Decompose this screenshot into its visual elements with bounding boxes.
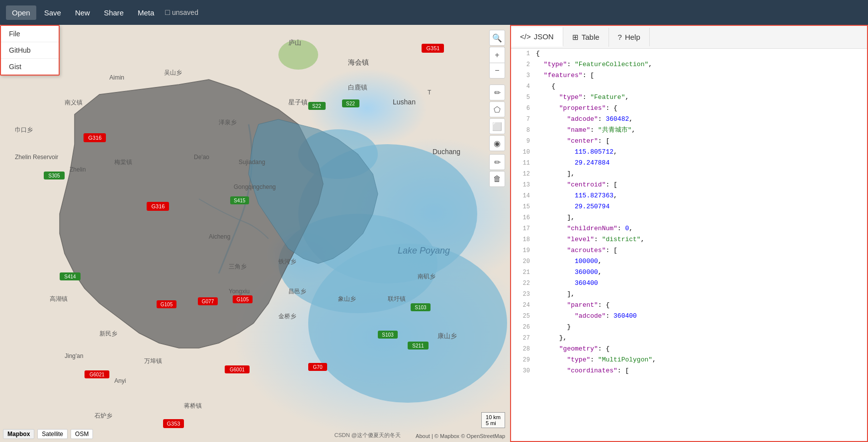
- edit-button[interactable]: ✏: [489, 154, 505, 170]
- draw-line-button[interactable]: ✏: [489, 85, 505, 100]
- svg-point-2: [308, 244, 507, 403]
- main-content: Lake Poyang G351 S22 S22 G316: [0, 25, 868, 442]
- json-line: 18 "level": "district",: [511, 235, 867, 246]
- svg-text:Lushan: Lushan: [393, 98, 416, 106]
- unsaved-indicator: unsaved: [165, 8, 198, 17]
- svg-text:Anyi: Anyi: [114, 377, 126, 384]
- zoom-controls: + −: [489, 47, 505, 79]
- tab-json[interactable]: </> JSON: [511, 27, 563, 47]
- json-line: 26 }: [511, 322, 867, 333]
- dropdown-github[interactable]: GitHub: [1, 42, 59, 59]
- json-line: 9 "center": [: [511, 136, 867, 147]
- svg-text:庐山: 庐山: [288, 39, 301, 46]
- json-line: 15 29.250794: [511, 202, 867, 213]
- svg-text:高湖镇: 高湖镇: [50, 295, 68, 302]
- svg-text:三角乡: 三角乡: [229, 263, 247, 270]
- json-line: 1{: [511, 49, 867, 60]
- dropdown-file[interactable]: File: [1, 26, 59, 42]
- svg-text:Zhelin Reservoir: Zhelin Reservoir: [15, 154, 58, 161]
- satellite-tile-button[interactable]: Satellite: [37, 429, 68, 439]
- svg-text:G316: G316: [88, 135, 102, 141]
- json-line: 30 "coordinates": [: [511, 366, 867, 377]
- svg-text:Yongxiu: Yongxiu: [229, 288, 250, 295]
- svg-text:南矶乡: 南矶乡: [418, 273, 435, 280]
- json-line: 14 115.827363,: [511, 191, 867, 202]
- json-line: 27 },: [511, 333, 867, 344]
- svg-text:S211: S211: [412, 343, 424, 349]
- draw-point-button[interactable]: ◉: [489, 135, 505, 151]
- json-line: 3 "features": [: [511, 71, 867, 82]
- svg-text:S22: S22: [346, 101, 355, 106]
- osm-tile-button[interactable]: OSM: [71, 429, 93, 439]
- svg-text:Jing'an: Jing'an: [65, 353, 84, 359]
- svg-text:De'ao: De'ao: [194, 154, 209, 161]
- draw-rectangle-button[interactable]: ⬜: [489, 118, 505, 134]
- svg-text:Duchang: Duchang: [433, 148, 460, 156]
- svg-text:Aicheng: Aicheng: [209, 233, 230, 240]
- json-line: 5 "type": "Feature",: [511, 92, 867, 103]
- json-tabs: </> JSON ⊞ Table ? Help: [511, 26, 867, 49]
- table-tab-label: Table: [582, 33, 600, 41]
- svg-text:金桥乡: 金桥乡: [278, 313, 296, 320]
- map-area[interactable]: Lake Poyang G351 S22 S22 G316: [0, 25, 510, 442]
- scale-mi: 5 mi: [486, 420, 501, 426]
- json-line: 8 "name": "共青城市",: [511, 125, 867, 136]
- json-line: 24 "parent": {: [511, 300, 867, 311]
- open-button[interactable]: Open: [6, 5, 36, 20]
- svg-text:S415: S415: [234, 198, 246, 203]
- json-line: 7 "adcode": 360482,: [511, 114, 867, 125]
- json-line: 13 "centroid": [: [511, 180, 867, 191]
- svg-text:G351: G351: [427, 45, 440, 51]
- svg-text:万埠镇: 万埠镇: [144, 357, 162, 364]
- svg-text:联圩镇: 联圩镇: [388, 295, 406, 302]
- tab-help[interactable]: ? Help: [609, 28, 650, 46]
- json-line: 12 ],: [511, 169, 867, 180]
- svg-text:G6001: G6001: [230, 367, 245, 372]
- svg-text:G316: G316: [152, 203, 165, 209]
- map-tiles-selector: Mapbox Satellite OSM: [3, 429, 93, 439]
- svg-text:泽泉乡: 泽泉乡: [219, 119, 237, 126]
- json-line: 22 360400: [511, 278, 867, 289]
- share-button[interactable]: Share: [98, 5, 130, 20]
- json-content[interactable]: 1{2 "type": "FeatureCollection",3 "featu…: [511, 49, 867, 441]
- json-line: 19 "acroutes": [: [511, 246, 867, 257]
- dropdown-gist[interactable]: Gist: [1, 59, 59, 75]
- zoom-in-button[interactable]: +: [489, 47, 505, 63]
- save-button[interactable]: Save: [38, 5, 67, 20]
- scale-km: 10 km: [486, 414, 501, 420]
- mapbox-tile-button[interactable]: Mapbox: [3, 429, 34, 439]
- tab-table[interactable]: ⊞ Table: [563, 28, 609, 47]
- file-dropdown: File GitHub Gist: [0, 25, 60, 76]
- svg-text:S414: S414: [64, 274, 76, 279]
- help-icon: ?: [618, 33, 622, 41]
- watermark: CSDN @这个傻夏天的冬天: [335, 432, 401, 439]
- map-controls: 🔍 + − ✏ ⬠ ⬜ ◉ ✏ 🗑: [489, 30, 505, 187]
- new-button[interactable]: New: [69, 5, 96, 20]
- svg-text:铁河乡: 铁河乡: [278, 258, 296, 265]
- meta-button[interactable]: Meta: [132, 5, 160, 20]
- help-tab-label: Help: [625, 33, 640, 41]
- json-line: 17 "childrenNum": 0,: [511, 224, 867, 235]
- svg-text:Gongqingcheng: Gongqingcheng: [234, 183, 276, 190]
- svg-text:石炉乡: 石炉乡: [94, 412, 112, 419]
- svg-text:Zhelin: Zhelin: [70, 166, 86, 173]
- svg-text:白鹿镇: 白鹿镇: [348, 84, 367, 91]
- svg-text:象山乡: 象山乡: [338, 295, 356, 302]
- zoom-out-button[interactable]: −: [489, 63, 505, 79]
- svg-text:G105: G105: [161, 302, 173, 307]
- svg-text:蒋桥镇: 蒋桥镇: [184, 402, 202, 409]
- svg-text:梅棠镇: 梅棠镇: [114, 159, 132, 166]
- svg-text:G6021: G6021: [89, 372, 104, 377]
- svg-text:新民乡: 新民乡: [99, 330, 117, 337]
- json-icon: </>: [520, 32, 531, 41]
- svg-text:康山乡: 康山乡: [437, 332, 457, 340]
- search-control-button[interactable]: 🔍: [489, 30, 505, 46]
- svg-text:Lake Poyang: Lake Poyang: [398, 246, 450, 256]
- svg-text:南义镇: 南义镇: [65, 99, 83, 106]
- svg-text:星子镇: 星子镇: [288, 98, 308, 106]
- delete-button[interactable]: 🗑: [489, 171, 505, 187]
- svg-text:G105: G105: [237, 297, 249, 302]
- table-icon: ⊞: [572, 33, 579, 42]
- draw-polygon-button[interactable]: ⬠: [489, 101, 505, 117]
- scale-bar: 10 km 5 mi: [481, 412, 505, 428]
